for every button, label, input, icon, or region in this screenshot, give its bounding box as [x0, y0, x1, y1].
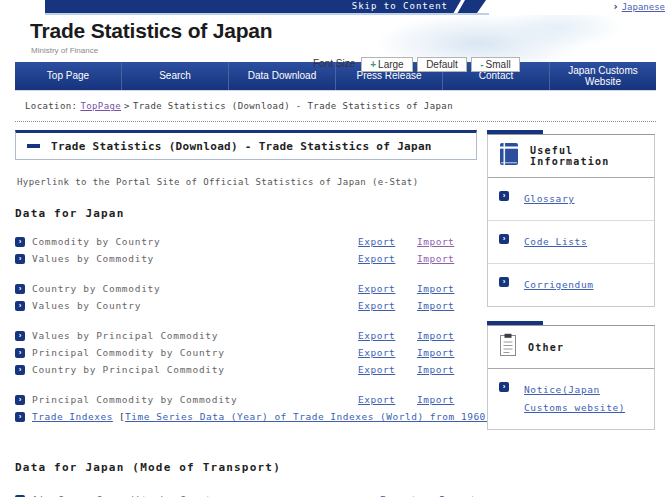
principal-commodity-by-country-export-link[interactable]: Export	[358, 347, 395, 358]
arrow-icon: ›	[499, 382, 509, 392]
row-group: ›Principal Commodity by CommodityExportI…	[15, 391, 477, 425]
link-cell: Export	[358, 253, 417, 264]
nav-item-top-page[interactable]: Top Page	[15, 62, 121, 90]
export-import-links: ExportImport	[358, 394, 477, 405]
values-by-principal-commodity-export-link[interactable]: Export	[358, 330, 395, 341]
list-item: ›Trade Indexes [Time Series Data (Year) …	[15, 408, 477, 425]
principal-commodity-by-commodity-import-link[interactable]: Import	[417, 394, 454, 405]
link-cell: Export	[358, 394, 417, 405]
item-label: Country by Commodity	[32, 283, 358, 294]
country-by-principal-commodity-import-link[interactable]: Import	[417, 364, 454, 375]
time-series-data-year-of-trade-indexes-world-from-1960-to-2022-link[interactable]: Time Series Data (Year) of Trade Indexes…	[125, 411, 536, 422]
nav-item-search[interactable]: Search	[121, 62, 228, 90]
breadcrumb-separator: >	[124, 101, 130, 111]
arrow-icon: ›	[15, 254, 25, 264]
link-cell: Import	[417, 283, 477, 294]
principal-commodity-by-country-import-link[interactable]: Import	[417, 347, 454, 358]
trade-indexes-link[interactable]: Trade Indexes	[32, 411, 113, 422]
values-by-commodity-export-link[interactable]: Export	[358, 253, 395, 264]
link-cell: Import	[417, 394, 477, 405]
japanese-link[interactable]: Japanese	[622, 2, 665, 12]
site-title: Trade Statistics of Japan	[30, 19, 272, 43]
notice-japan-customs-website-link[interactable]: Notice(Japan Customs website)	[524, 381, 643, 417]
link-cell: Import	[417, 253, 477, 264]
arrow-icon: ›	[15, 395, 25, 405]
arrow-icon: ›	[15, 365, 25, 375]
font-size-buttons: +Large Default -Small	[361, 54, 519, 72]
dash-icon	[27, 144, 40, 148]
export-import-links: ExportImport	[358, 364, 477, 375]
sidebar-link-item: ›Glossary	[488, 178, 654, 220]
font-size-label: Font Size	[313, 58, 355, 69]
values-by-principal-commodity-import-link[interactable]: Import	[417, 330, 454, 341]
export-import-links: ExportImport	[358, 300, 477, 311]
code-lists-link[interactable]: Code Lists	[524, 233, 587, 251]
list-item: ›Commodity by CountryExportImport	[15, 233, 477, 250]
sidebar-box-body: Other›Notice(Japan Customs website)	[487, 326, 655, 430]
country-by-commodity-export-link[interactable]: Export	[358, 283, 395, 294]
sidebar-box-header: Other	[488, 326, 654, 369]
link-cell: Export	[358, 364, 417, 375]
breadcrumb-toppage-link[interactable]: TopPage	[80, 101, 121, 111]
sidebar-link-item: ›Code Lists	[488, 220, 654, 263]
sidebar-box-top-rule	[487, 130, 655, 135]
link-cell: Import	[417, 347, 477, 358]
link-cell: Import	[417, 330, 477, 341]
estat-hyperlink-note: Hyperlink to the Portal Site of Official…	[15, 177, 477, 187]
values-by-commodity-import-link[interactable]: Import	[417, 253, 454, 264]
values-by-country-import-link[interactable]: Import	[417, 300, 454, 311]
font-size-sign: -	[480, 59, 483, 70]
export-import-links: ExportImport	[358, 347, 477, 358]
content-area: Trade Statistics (Download) - Trade Stat…	[15, 130, 656, 497]
export-import-links: ExportImport	[358, 253, 477, 264]
list-item: ›Values by CommodityExportImport	[15, 250, 477, 267]
font-size-default-button[interactable]: Default	[417, 57, 467, 72]
skip-to-content-link[interactable]: Skip to Content	[45, 0, 486, 13]
arrow-icon: ›	[499, 191, 509, 201]
list-item: ›Principal Commodity by CountryExportImp…	[15, 344, 477, 361]
link-cell: Export	[358, 300, 417, 311]
sidebar-box-accent-bar	[487, 321, 543, 325]
sidebar-link-item: ›Corrigendum	[488, 263, 654, 306]
commodity-by-country-export-link[interactable]: Export	[358, 236, 395, 247]
sidebar-link-item: ›Notice(Japan Customs website)	[488, 369, 654, 429]
link-cell: Export	[358, 236, 417, 247]
site-header: Trade Statistics of Japan Ministry of Fi…	[0, 15, 671, 62]
sidebar-box-header: Useful Information	[488, 135, 654, 178]
item-label: Commodity by Country	[32, 236, 358, 247]
link-cell: Export	[358, 283, 417, 294]
arrow-icon: ›	[15, 412, 25, 422]
font-size-small-button[interactable]: -Small	[471, 57, 519, 72]
principal-commodity-by-commodity-export-link[interactable]: Export	[358, 394, 395, 405]
link-cell: Import	[417, 300, 477, 311]
arrow-icon: ›	[15, 348, 25, 358]
top-utility-bar: Skip to Content › Japanese	[0, 0, 671, 15]
corrigendum-link[interactable]: Corrigendum	[524, 276, 594, 294]
arrow-icon: ›	[499, 277, 509, 287]
row-group: ›Commodity by CountryExportImport›Values…	[15, 233, 477, 267]
commodity-by-country-import-link[interactable]: Import	[417, 236, 454, 247]
font-size-controls: Font Size +Large Default -Small	[313, 54, 520, 72]
item-label: Values by Commodity	[32, 253, 358, 264]
row-group: ›Air Cargo Commodity by CountryExportImp…	[15, 491, 477, 497]
country-by-commodity-import-link[interactable]: Import	[417, 283, 454, 294]
item-label: Values by Country	[32, 300, 358, 311]
link-cell: Export	[358, 330, 417, 341]
export-import-links: ExportImport	[358, 330, 477, 341]
sidebar-box-top-rule	[487, 321, 655, 326]
list-item: ›Country by CommodityExportImport	[15, 280, 477, 297]
breadcrumb-label: Location:	[25, 101, 77, 111]
trade-indexes-row: Trade Indexes [Time Series Data (Year) o…	[32, 411, 542, 422]
item-label: Country by Principal Commodity	[32, 364, 358, 375]
breadcrumb: Location:TopPage>Trade Statistics (Downl…	[15, 91, 656, 122]
list-item: ›Values by Principal CommodityExportImpo…	[15, 327, 477, 344]
font-size-sign: +	[370, 59, 376, 70]
sidebar-box-useful-information: Useful Information›Glossary›Code Lists›C…	[487, 130, 655, 307]
nav-item-japan-customs-website[interactable]: Japan CustomsWebsite	[549, 62, 656, 90]
font-size-large-button[interactable]: +Large	[361, 57, 412, 72]
glossary-link[interactable]: Glossary	[524, 190, 575, 208]
country-by-principal-commodity-export-link[interactable]: Export	[358, 364, 395, 375]
main-column: Trade Statistics (Download) - Trade Stat…	[15, 130, 477, 497]
clipboard-icon	[499, 333, 517, 361]
values-by-country-export-link[interactable]: Export	[358, 300, 395, 311]
